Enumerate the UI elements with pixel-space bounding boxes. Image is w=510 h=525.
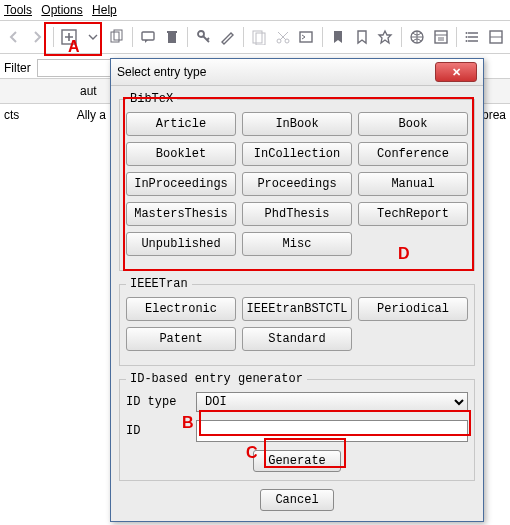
- list-icon[interactable]: [463, 26, 482, 48]
- col-author: aut: [80, 84, 97, 98]
- menu-options[interactable]: Options: [41, 3, 82, 17]
- cell-left: cts: [4, 108, 74, 122]
- group-bibtex: BibTeX Article InBook Book Booklet InCol…: [119, 92, 475, 271]
- btn-standard[interactable]: Standard: [242, 327, 352, 351]
- svg-point-19: [465, 40, 467, 42]
- app-window: Tools Options Help Filter: [0, 0, 510, 525]
- menubar: Tools Options Help: [0, 0, 510, 20]
- annotation-label-a: A: [68, 38, 80, 56]
- filter-label: Filter: [4, 61, 31, 75]
- dialog-titlebar: Select entry type ✕: [111, 59, 483, 86]
- btn-incollection[interactable]: InCollection: [242, 142, 352, 166]
- btn-article[interactable]: Article: [126, 112, 236, 136]
- btn-unpublished[interactable]: Unpublished: [126, 232, 236, 256]
- btn-electronic[interactable]: Electronic: [126, 297, 236, 321]
- forward-icon[interactable]: [27, 26, 46, 48]
- bookmark-outline-icon[interactable]: [352, 26, 371, 48]
- svg-rect-5: [167, 31, 177, 33]
- menu-tools[interactable]: Tools: [4, 3, 32, 17]
- panel-icon[interactable]: [431, 26, 450, 48]
- svg-rect-4: [168, 33, 176, 43]
- close-button[interactable]: ✕: [435, 62, 477, 82]
- comment-icon[interactable]: [139, 26, 158, 48]
- btn-techreport[interactable]: TechReport: [358, 202, 468, 226]
- new-entry-dropdown-icon[interactable]: [83, 26, 102, 48]
- legend-idgen: ID-based entry generator: [126, 372, 307, 386]
- legend-bibtex: BibTeX: [126, 92, 177, 106]
- btn-mastersthesis[interactable]: MastersThesis: [126, 202, 236, 226]
- bookmark-icon[interactable]: [329, 26, 348, 48]
- duplicate-icon[interactable]: [250, 26, 269, 48]
- close-icon: ✕: [452, 66, 461, 79]
- panel-2-icon[interactable]: [487, 26, 506, 48]
- btn-conference[interactable]: Conference: [358, 142, 468, 166]
- copy-icon[interactable]: [106, 26, 125, 48]
- dialog-title: Select entry type: [117, 65, 435, 79]
- btn-misc[interactable]: Misc: [242, 232, 352, 256]
- annotation-label-b: B: [182, 414, 194, 432]
- cut-icon[interactable]: [273, 26, 292, 48]
- btn-manual[interactable]: Manual: [358, 172, 468, 196]
- menu-help[interactable]: Help: [92, 3, 117, 17]
- cell-author: Ally a: [77, 108, 106, 122]
- btn-ieeetranbstctl[interactable]: IEEEtranBSTCTL: [242, 297, 352, 321]
- star-icon[interactable]: [375, 26, 394, 48]
- annotation-label-c: C: [246, 444, 258, 462]
- group-ieeetran: IEEETran Electronic IEEEtranBSTCTL Perio…: [119, 277, 475, 366]
- delete-icon[interactable]: [162, 26, 181, 48]
- svg-rect-13: [435, 31, 447, 43]
- idtype-select[interactable]: DOI: [196, 392, 468, 412]
- key-icon[interactable]: [194, 26, 213, 48]
- id-input[interactable]: [196, 420, 468, 442]
- back-icon[interactable]: [4, 26, 23, 48]
- generate-button[interactable]: Generate: [253, 450, 341, 472]
- cancel-button[interactable]: Cancel: [260, 489, 333, 511]
- svg-rect-3: [142, 32, 154, 40]
- annotation-label-d: D: [398, 245, 410, 263]
- console-icon[interactable]: [296, 26, 315, 48]
- globe-icon[interactable]: [408, 26, 427, 48]
- btn-inproceedings[interactable]: InProceedings: [126, 172, 236, 196]
- svg-point-17: [465, 32, 467, 34]
- group-idgen: ID-based entry generator ID type DOI ID …: [119, 372, 475, 481]
- btn-periodical[interactable]: Periodical: [358, 297, 468, 321]
- select-entry-type-dialog: Select entry type ✕ BibTeX Article InBoo…: [110, 58, 484, 522]
- svg-point-18: [465, 36, 467, 38]
- btn-proceedings[interactable]: Proceedings: [242, 172, 352, 196]
- btn-phdthesis[interactable]: PhdThesis: [242, 202, 352, 226]
- idtype-label: ID type: [126, 395, 196, 409]
- brush-icon[interactable]: [218, 26, 237, 48]
- btn-patent[interactable]: Patent: [126, 327, 236, 351]
- btn-booklet[interactable]: Booklet: [126, 142, 236, 166]
- svg-rect-11: [300, 32, 312, 42]
- btn-inbook[interactable]: InBook: [242, 112, 352, 136]
- btn-book[interactable]: Book: [358, 112, 468, 136]
- legend-ieee: IEEETran: [126, 277, 192, 291]
